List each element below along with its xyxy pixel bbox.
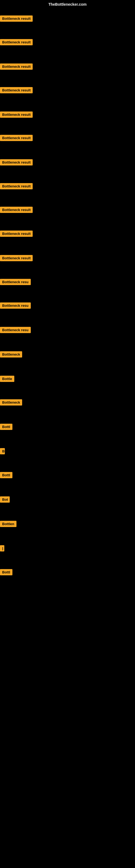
bottleneck-result-badge: Bottleneck resu [0, 279, 31, 285]
bottleneck-result-badge: Bot [0, 496, 10, 503]
bottleneck-result-badge: Bottleneck [0, 351, 22, 358]
bottleneck-result-badge: Bottl [0, 472, 12, 478]
bottleneck-result-badge: B [0, 448, 5, 454]
bottleneck-result-badge: Bottl [0, 569, 12, 575]
bottleneck-result-badge: Bottleneck result [0, 16, 33, 22]
bottleneck-result-badge: Bottleneck resu [0, 303, 31, 309]
bottleneck-result-badge: Bottleneck result [0, 39, 33, 45]
bottleneck-result-badge: Bottleneck [0, 399, 22, 405]
bottleneck-result-badge: Bottleneck result [0, 230, 33, 237]
bottleneck-result-badge: Bottlen [0, 521, 16, 527]
bottleneck-result-badge: Bottleneck result [0, 207, 33, 213]
bottleneck-result-badge: Bottleneck result [0, 63, 33, 70]
bottleneck-result-badge: Bottleneck result [0, 159, 33, 165]
bottleneck-result-badge: Bottleneck result [0, 135, 33, 141]
bottleneck-result-badge: Bottle [0, 376, 14, 382]
bottleneck-result-badge: Bottleneck result [0, 112, 33, 118]
bottleneck-result-badge: | [0, 545, 4, 552]
bottleneck-result-badge: Bottleneck resu [0, 327, 31, 333]
bottleneck-result-badge: Bottleneck result [0, 183, 33, 189]
bottleneck-result-badge: Bottleneck result [0, 87, 33, 93]
bottleneck-result-badge: Bottleneck result [0, 255, 33, 261]
site-title: TheBottlenecker.com [48, 2, 87, 6]
bottleneck-result-badge: Bottl [0, 424, 12, 430]
